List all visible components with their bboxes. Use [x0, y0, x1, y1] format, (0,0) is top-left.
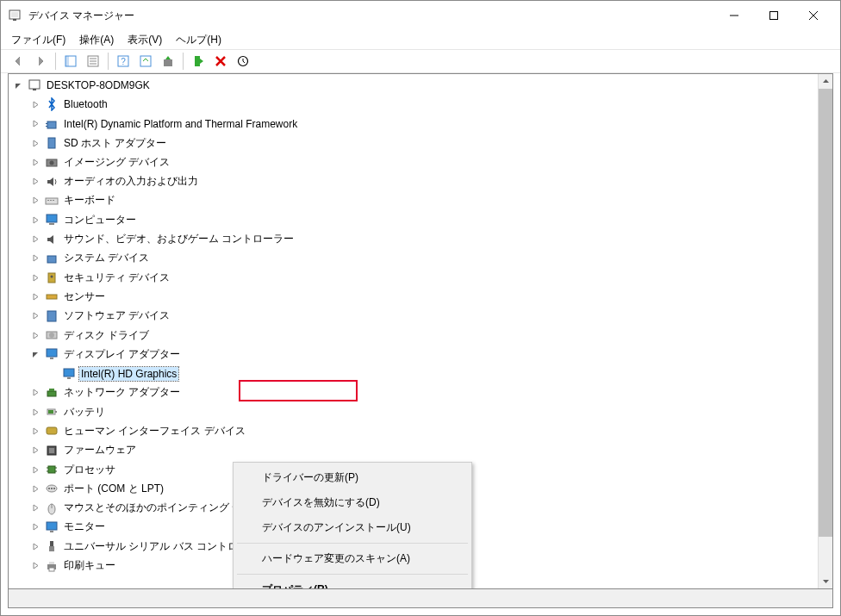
tree-item-disk[interactable]: ディスク ドライブ [9, 326, 818, 345]
expand-icon[interactable] [29, 271, 41, 283]
tree-item-computer[interactable]: コンピューター [9, 210, 818, 229]
tree-item-battery[interactable]: バッテリ [9, 402, 818, 421]
tree-item-hid[interactable]: ヒューマン インターフェイス デバイス [9, 421, 818, 440]
uninstall-button[interactable] [210, 51, 231, 72]
svg-rect-51 [49, 448, 54, 453]
expand-icon[interactable] [29, 156, 41, 168]
forward-button[interactable] [30, 51, 51, 72]
close-button[interactable] [794, 1, 833, 30]
tree-item-label: オーディオの入力および出力 [62, 173, 200, 190]
expand-icon[interactable] [29, 560, 41, 572]
svg-rect-43 [67, 377, 71, 379]
menu-file[interactable]: ファイル(F) [6, 31, 71, 49]
svg-point-35 [51, 276, 53, 278]
expand-icon[interactable] [29, 387, 41, 399]
tree-leaf-display[interactable]: Intel(R) HD Graphics [9, 364, 818, 383]
network-icon [45, 386, 59, 400]
svg-text:?: ? [121, 57, 126, 66]
expand-icon[interactable] [29, 118, 41, 130]
expand-icon[interactable] [29, 425, 41, 437]
scroll-track[interactable] [819, 89, 832, 574]
sd-icon [45, 136, 59, 150]
tree-item-bluetooth[interactable]: Bluetooth [9, 95, 818, 114]
svg-rect-30 [53, 200, 54, 201]
system-icon [45, 252, 59, 265]
menu-view[interactable]: 表示(V) [122, 31, 167, 49]
svg-rect-65 [50, 541, 53, 546]
maximize-button[interactable] [754, 1, 794, 30]
collapse-icon[interactable] [12, 79, 24, 91]
tree-item-network[interactable]: ネットワーク アダプター [9, 383, 818, 402]
menu-help[interactable]: ヘルプ(H) [171, 31, 227, 49]
expand-icon[interactable] [29, 233, 41, 246]
tree-item-label: Bluetooth [62, 97, 109, 111]
vertical-scrollbar[interactable] [818, 74, 832, 588]
tree-item-firmware[interactable]: ファームウェア [9, 441, 818, 460]
expand-icon[interactable] [29, 521, 41, 533]
collapse-icon[interactable] [29, 348, 41, 360]
tree-item-keyboard[interactable]: キーボード [9, 191, 818, 210]
scroll-down-button[interactable] [819, 574, 832, 588]
back-button[interactable] [8, 51, 28, 72]
expand-icon[interactable] [29, 445, 41, 457]
computer-icon [45, 213, 59, 227]
expand-icon[interactable] [29, 329, 41, 341]
properties-button[interactable] [83, 51, 103, 72]
scroll-thumb[interactable] [819, 89, 832, 537]
tree-item-display[interactable]: ディスプレイ アダプター [9, 345, 818, 364]
expand-icon[interactable] [29, 290, 41, 302]
tree-item-label: ネットワーク アダプター [62, 384, 182, 401]
tree-item-label: ヒューマン インターフェイス デバイス [62, 423, 247, 439]
expand-icon[interactable] [29, 464, 41, 476]
expand-icon[interactable] [29, 98, 41, 110]
expand-icon[interactable] [29, 195, 41, 207]
disk-icon [45, 328, 59, 342]
tree-item-label: サウンド、ビデオ、およびゲーム コントローラー [62, 231, 296, 247]
tree-item-system[interactable]: システム デバイス [9, 249, 818, 268]
menu-action[interactable]: 操作(A) [74, 31, 119, 49]
update-driver-button[interactable] [158, 51, 178, 72]
svg-rect-24 [48, 138, 55, 148]
bluetooth-icon [45, 97, 59, 111]
ctx-disable-device[interactable]: デバイスを無効にする(D) [236, 490, 469, 515]
svg-rect-49 [47, 427, 57, 434]
port-icon [45, 482, 59, 495]
tree-item-software[interactable]: ソフトウェア デバイス [9, 307, 818, 326]
tree-item-audio[interactable]: オーディオの入力および出力 [9, 171, 818, 190]
tree-item-sound[interactable]: サウンド、ビデオ、およびゲーム コントローラー [9, 229, 818, 248]
show-hide-tree-button[interactable] [60, 51, 81, 72]
expand-icon[interactable] [29, 176, 41, 188]
ctx-scan-hardware[interactable]: ハードウェア変更のスキャン(A) [236, 546, 469, 571]
ctx-update-driver[interactable]: ドライバーの更新(P) [236, 465, 469, 490]
expand-icon[interactable] [29, 540, 41, 552]
minimize-button[interactable] [714, 1, 754, 30]
expand-icon[interactable] [29, 482, 41, 495]
scroll-up-button[interactable] [819, 74, 832, 89]
expand-icon[interactable] [29, 214, 41, 226]
svg-rect-17 [195, 56, 200, 66]
expand-icon[interactable] [29, 137, 41, 149]
svg-rect-21 [47, 121, 56, 128]
ctx-uninstall-device[interactable]: デバイスのアンインストール(U) [236, 515, 469, 540]
enable-button[interactable] [188, 51, 209, 72]
expand-icon[interactable] [29, 310, 41, 322]
refresh-button[interactable] [135, 51, 156, 72]
tree-item-label: ファームウェア [62, 442, 138, 458]
tree-item-label: イメージング デバイス [62, 154, 171, 171]
device-manager-window: デバイス マネージャー ファイル(F) 操作(A) 表示(V) ヘルプ(H) ?… [0, 0, 841, 616]
svg-point-59 [51, 488, 53, 489]
tree-item-sd[interactable]: SD ホスト アダプター [9, 134, 818, 152]
tree-root[interactable]: DESKTOP-8ODM9GK [9, 76, 818, 95]
tree-item-imaging[interactable]: イメージング デバイス [9, 152, 818, 171]
expand-icon[interactable] [29, 502, 41, 514]
scan-hardware-button[interactable] [233, 51, 253, 72]
svg-rect-29 [50, 200, 52, 201]
help-button[interactable]: ? [113, 51, 134, 72]
tree-item-thermal[interactable]: Intel(R) Dynamic Platform and Thermal Fr… [9, 115, 818, 134]
tree-item-sensor[interactable]: センサー [9, 287, 818, 306]
expand-icon[interactable] [29, 406, 41, 418]
ctx-properties[interactable]: プロパティ(R) [236, 577, 469, 589]
expand-icon[interactable] [29, 252, 41, 264]
svg-rect-4 [770, 12, 778, 20]
tree-item-security[interactable]: セキュリティ デバイス [9, 268, 818, 287]
